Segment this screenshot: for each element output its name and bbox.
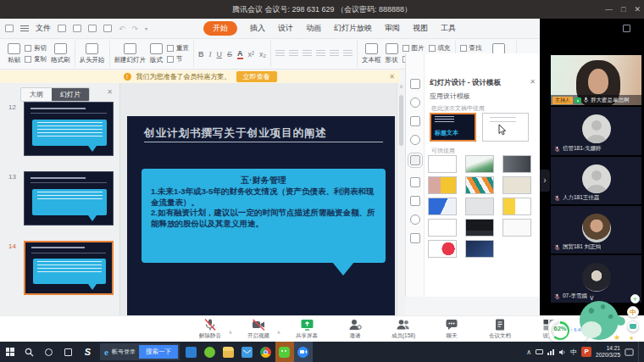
current-template-thumb[interactable]: 标题文本 [430,113,476,142]
picture-button[interactable]: 图片 [402,44,425,53]
template-thumb[interactable] [502,198,531,215]
template-thumb[interactable] [502,219,531,237]
current-slide[interactable]: 创业计划书撰写关于创业项目的阐述 五·财务管理 1.未来1-3年或3-5年的财务… [127,116,395,330]
volume-tray-icon[interactable] [558,348,566,356]
cut-button[interactable]: 剪切 [25,44,47,53]
share-pane-icon[interactable] [410,79,420,89]
indent-icon[interactable] [343,50,353,58]
display-tray-icon[interactable] [536,349,543,354]
promo-view-button[interactable]: 立即查看 [236,71,277,82]
layout-button[interactable]: 版式 [150,43,163,64]
align-left-icon[interactable] [303,50,312,58]
start-button[interactable] [0,342,19,362]
new-slide-button[interactable]: 新建幻灯片 [114,43,147,64]
tab-view[interactable]: 视图 [413,23,428,34]
tab-design[interactable]: 设计 [278,23,293,34]
underline-button[interactable]: U [217,50,223,58]
antivirus-app-icon[interactable] [201,342,219,362]
task-view-icon[interactable] [58,342,78,362]
assistant-pane-icon[interactable] [410,135,420,145]
meeting-docs-button[interactable]: 会议文档 [483,318,517,341]
sogou-s-icon[interactable]: S [78,342,97,362]
minimize-button[interactable]: — [605,5,613,14]
participant-tile[interactable]: 信管181-戈娜婷 [551,107,641,155]
more-participants-chevron-icon[interactable]: ∨ [589,293,595,302]
align-center-icon[interactable] [316,50,325,58]
windows-store-icon[interactable] [182,342,201,362]
participant-tile[interactable]: 07-李雪娥 [551,255,641,303]
template-thumb[interactable] [502,176,531,194]
numbering-icon[interactable] [289,50,298,58]
comment-pane-icon[interactable] [410,97,420,108]
search-now-button[interactable]: 搜索一下 [139,345,178,359]
template-thumb[interactable] [428,155,457,173]
find-button[interactable]: 查找 [460,44,482,53]
pet-language-button[interactable]: 中 [627,306,639,318]
close-button[interactable]: ✕ [634,5,641,14]
promo-close-icon[interactable]: ✕ [389,73,395,81]
template-thumb[interactable] [428,198,457,215]
mail-app-icon[interactable] [238,342,257,362]
tab-outline-view[interactable]: 大纲 [21,88,52,101]
search-icon[interactable] [19,342,39,362]
chat-button[interactable]: 聊天 [435,318,469,341]
tab-review[interactable]: 审阅 [385,23,400,34]
preview-icon[interactable] [103,25,112,32]
textbox-button[interactable]: 文本框 [362,43,381,64]
shapes-button[interactable]: 形状 [386,43,398,64]
share-screen-button[interactable]: 共享屏幕 [290,318,324,341]
expand-panel-icon[interactable] [623,25,630,32]
chevron-down-icon[interactable]: ▾ [145,25,147,31]
save-icon[interactable] [73,25,81,32]
thumbnail-panel-close-icon[interactable]: ✕ [107,88,113,96]
tray-expand-chevron-icon[interactable]: ∧ [526,348,531,356]
maximize-button[interactable]: □ [621,5,625,14]
template-thumb[interactable] [465,198,494,215]
notification-center-icon[interactable] [625,348,634,357]
template-thumb[interactable] [465,155,494,173]
unmute-button[interactable]: 解除静音 ∧ [193,318,227,341]
template-thumb[interactable] [465,219,494,237]
network-tray-icon[interactable] [547,349,554,355]
taskbar-clock[interactable]: 14:21 2020/3/25 [596,345,620,359]
tab-slides-view[interactable]: 幻灯片 [52,88,89,101]
tab-home[interactable]: 开始 [203,21,237,36]
bullets-icon[interactable] [275,50,285,58]
show-desktop-button[interactable] [638,342,641,362]
editor-scrollbar[interactable]: ∧ [397,83,405,315]
content-bubble[interactable]: 五·财务管理 1.未来1-3年或3-5年的财务收支情况（资产负债表、利润表和现金… [142,169,386,263]
template-thumb[interactable] [428,219,457,237]
pet-add-button[interactable]: + [630,294,640,304]
tencent-meeting-app-icon[interactable] [294,342,313,362]
tab-slideshow[interactable]: 幻灯片放映 [334,23,372,34]
tab-animation[interactable]: 动画 [306,23,321,34]
line-spacing-icon[interactable] [330,50,339,58]
invite-button[interactable]: 邀请 [338,318,372,341]
start-video-button[interactable]: 开启视频 ∧ [242,318,275,341]
bold-button[interactable]: B [198,50,204,58]
template-thumb[interactable] [465,240,494,258]
slide-editor-area[interactable]: 创业计划书撰写关于创业项目的阐述 五·财务管理 1.未来1-3年或3-5年的财务… [120,83,397,315]
section-button[interactable]: 节 [167,55,189,64]
copy-button[interactable]: 复制 [25,55,47,64]
paste-button[interactable]: 粘贴 [8,43,20,64]
fill-button[interactable]: 填充 [429,44,451,53]
image-pane-icon[interactable] [410,233,420,243]
collapse-panel-arrow[interactable]: › [540,170,550,192]
tab-insert[interactable]: 插入 [250,23,265,34]
template-thumb[interactable] [465,176,494,194]
ime-indicator[interactable]: 中 [570,348,577,357]
italic-button[interactable]: I [209,50,212,58]
cortana-icon[interactable] [39,342,58,362]
browser-app-icon[interactable] [257,342,275,362]
wechat-app-icon[interactable] [275,342,294,362]
tab-tools[interactable]: 工具 [441,23,456,34]
participant-tile-host[interactable]: 主持人 胖大蜜是单总啊 [551,55,641,105]
brush-pane-icon[interactable] [410,116,420,126]
file-explorer-icon[interactable] [219,342,238,362]
font-color-button[interactable]: A [237,49,243,59]
task-pane-close-icon[interactable]: ✕ [530,78,536,86]
redo-icon[interactable]: ↷ [132,25,139,33]
play-from-start-button[interactable]: 从头开始 [80,43,105,64]
file-menu[interactable]: 文件 [36,23,51,34]
